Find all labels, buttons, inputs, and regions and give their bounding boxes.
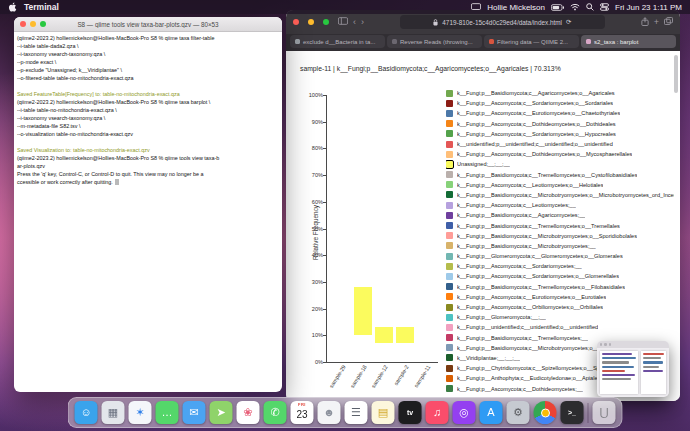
bar-sample-29[interactable] [333,95,351,362]
browser-tab[interactable]: Filtering data — QIIME 2... [484,35,579,48]
taxa-barplot[interactable]: 100%90%80%70%60%50%40%30%20%10%0%sample-… [326,95,438,363]
legend-item[interactable]: k__Fungi;p__Ascomycota;c__Sordariomycete… [446,98,674,108]
legend-swatch[interactable] [446,130,453,137]
podcasts-icon[interactable]: ◎ [453,401,476,424]
legend-swatch[interactable] [446,100,453,107]
messages-icon[interactable]: … [156,401,179,424]
legend-item[interactable]: k__Fungi;p__Basidiomycota;c__Microbotryo… [446,241,674,251]
tv-icon[interactable]: tv [399,401,422,424]
legend-item[interactable]: k__Fungi;p__Ascomycota;c__Leotiomycetes;… [446,180,674,190]
legend-swatch[interactable] [446,110,453,117]
legend-swatch[interactable] [446,202,453,209]
share-icon[interactable] [641,17,649,28]
photos-icon[interactable]: ❀ [237,401,260,424]
notes-icon[interactable]: ▤ [372,401,395,424]
system-settings-icon[interactable]: ⚙ [507,401,530,424]
legend-swatch[interactable] [446,375,453,382]
legend-swatch[interactable] [446,354,453,361]
legend-swatch[interactable] [446,120,453,127]
address-bar[interactable]: 4719-810e-15c4d0c29ed4/data/index.html ⟳ [400,15,605,29]
legend-swatch[interactable] [446,344,453,351]
minimize-button[interactable] [308,19,314,25]
legend-item[interactable]: k__Fungi;p__Basidiomycota;c__Tremellomyc… [446,220,674,230]
legend-item[interactable]: k__Fungi;p__Ascomycota;c__Eurotiomycetes… [446,292,674,302]
legend-swatch[interactable] [446,242,453,249]
legend-item[interactable]: k__Fungi;p__unidentified;c__unidentified… [446,322,674,332]
browser-tab[interactable]: exclude d__Bacteria in ta... [290,35,385,48]
legend-item[interactable]: k__Fungi;p__Ascomycota;c__Sordariomycete… [446,261,674,271]
legend-item[interactable]: k__unidentified;p__unidentified;c__unide… [446,139,674,149]
contacts-icon[interactable]: ☻ [318,401,341,424]
search-icon[interactable] [586,3,594,11]
legend-item[interactable]: k__Fungi;p__Basidiomycota;c__Tremellomyc… [446,282,674,292]
close-button[interactable] [293,19,299,25]
floating-preview-window[interactable] [597,341,669,397]
legend-swatch[interactable] [446,334,453,341]
legend-item[interactable]: k__Fungi;p__Basidiomycota;c__Agaricomyce… [446,210,674,220]
scrollbar-thumb[interactable] [674,55,678,93]
bar-sample-2[interactable] [396,95,414,362]
legend-swatch[interactable] [446,222,453,229]
legend-item[interactable]: k__Fungi;p__Basidiomycota;c__Microbotryo… [446,231,674,241]
legend-swatch[interactable] [446,161,453,168]
chrome-icon[interactable] [534,401,557,424]
legend-swatch[interactable] [446,314,453,321]
control-center-icon[interactable] [600,3,609,11]
legend-item[interactable]: k__Fungi;p__Basidiomycota;c__Microbotryo… [446,190,674,200]
bar-segment-unassigned-[interactable] [354,287,372,335]
browser-tab[interactable]: Reverse Reads (throwing... [387,35,482,48]
legend-swatch[interactable] [446,232,453,239]
mini-titlebar[interactable] [597,341,669,348]
legend-item[interactable]: k__Fungi;p__Ascomycota;c__Leotiomycetes;… [446,200,674,210]
new-tab-icon[interactable]: + [654,18,659,27]
legend-item[interactable]: k__Fungi;p__Ascomycota;c__Sordariomycete… [446,129,674,139]
display-icon[interactable] [471,3,481,11]
legend-swatch[interactable] [446,171,453,178]
legend-item[interactable]: k__Fungi;p__Glomeromycota;__;__ [446,312,674,322]
facetime-icon[interactable]: ✆ [264,401,287,424]
terminal-icon[interactable]: >_ [561,401,584,424]
legend-swatch[interactable] [446,283,453,290]
forward-icon[interactable]: › [361,18,364,27]
legend-swatch[interactable] [446,141,453,148]
safari-icon[interactable]: ✶ [129,401,152,424]
legend-item[interactable]: k__Fungi;p__Ascomycota;c__Sordariomycete… [446,271,674,281]
menu-app-name[interactable]: Terminal [24,2,59,12]
legend-swatch[interactable] [446,151,453,158]
battery-icon[interactable] [551,4,564,11]
bar-sample-12[interactable] [375,95,393,362]
menu-user-name[interactable]: Hollie Mickelson [487,3,545,12]
legend-swatch[interactable] [446,253,453,260]
legend-swatch[interactable] [446,181,453,188]
app-store-icon[interactable]: A [480,401,503,424]
terminal-body[interactable]: (qiime2-2023.2) holliemickelson@Hollies-… [14,32,282,188]
tab-overview-icon[interactable] [664,17,673,27]
legend-item[interactable]: k__Fungi;p__Ascomycota;c__Eurotiomycetes… [446,108,674,118]
legend-swatch[interactable] [446,293,453,300]
legend-swatch[interactable] [446,365,453,372]
music-icon[interactable]: ♫ [426,401,449,424]
legend-item[interactable]: Unassigned;__;__;__ [446,159,674,169]
apple-menu-icon[interactable] [8,2,17,12]
legend-item[interactable]: k__Fungi;p__Glomeromycota;c__Glomeromyce… [446,251,674,261]
browser-tab[interactable]: s2_taxa : barplot [581,35,676,48]
back-icon[interactable]: ‹ [353,18,356,27]
legend-swatch[interactable] [446,263,453,270]
legend-item[interactable]: k__Fungi;p__Ascomycota;c__Orbiliomycetes… [446,302,674,312]
wifi-icon[interactable] [570,3,580,11]
terminal-titlebar[interactable]: S8 — qiime tools view taxa-bar-plots.qzv… [14,17,282,32]
launchpad-icon[interactable]: ▦ [102,401,125,424]
trash-icon[interactable]: ⋃ [593,401,616,424]
legend-swatch[interactable] [446,191,453,198]
legend-swatch[interactable] [446,385,453,392]
bar-segment-unassigned-[interactable] [396,327,414,343]
legend-swatch[interactable] [446,90,453,97]
legend-item[interactable]: k__Fungi;p__Ascomycota;c__Dothideomycete… [446,149,674,159]
refresh-icon[interactable]: ⟳ [566,18,571,26]
sidebar-toggle-icon[interactable] [338,17,348,27]
calendar-icon[interactable]: FRI23 [291,401,314,424]
menu-clock[interactable]: Fri Jun 23 1:11 PM [615,3,682,12]
legend-swatch[interactable] [446,212,453,219]
bar-sample-18[interactable] [354,95,372,362]
bar-segment-unassigned-[interactable] [375,327,393,343]
